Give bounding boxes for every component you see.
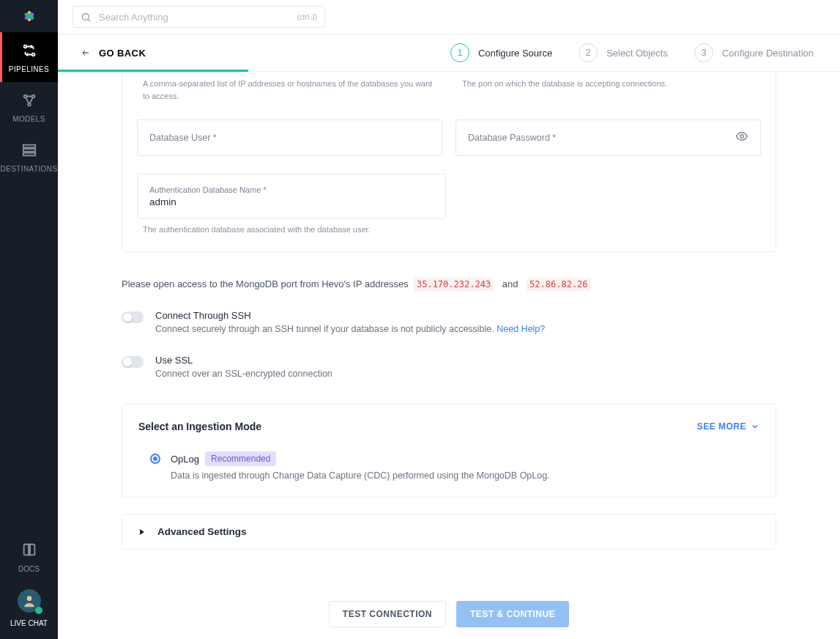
auth-database-helper: The authentication database associated w… xyxy=(137,219,761,234)
database-password-label: Database Password * xyxy=(468,133,556,143)
stepper-row: GO BACK 1 Configure Source 2 Select Obje… xyxy=(58,34,840,72)
avatar-icon xyxy=(22,594,37,608)
svg-point-7 xyxy=(31,53,34,56)
nav-destinations-label: DESTINATIONS xyxy=(1,165,58,173)
ip-access-note: Please open access to the MongoDB port f… xyxy=(122,252,776,289)
nav-docs-label: DOCS xyxy=(18,565,40,573)
caret-right-icon xyxy=(138,528,146,536)
sidebar: PIPELINES MODELS DESTINATIONS DOCS xyxy=(0,0,58,639)
svg-point-8 xyxy=(23,95,26,98)
step-3-label: Configure Destination xyxy=(722,48,814,59)
oplog-title: OpLog xyxy=(171,454,199,465)
destinations-icon xyxy=(21,142,37,158)
see-more-button[interactable]: SEE MORE xyxy=(697,421,759,432)
test-continue-button[interactable]: TEST & CONTINUE xyxy=(456,601,569,627)
docs-icon xyxy=(21,542,37,558)
search-input[interactable] xyxy=(99,12,289,23)
nav-chat-label: LIVE CHAT xyxy=(10,619,48,627)
svg-point-15 xyxy=(83,13,89,20)
nav-pipelines[interactable]: PIPELINES xyxy=(0,32,58,82)
see-more-label: SEE MORE xyxy=(697,421,746,432)
svg-point-14 xyxy=(26,596,31,601)
chat-avatar xyxy=(18,589,41,613)
pipelines-icon xyxy=(21,43,37,59)
svg-point-16 xyxy=(740,135,744,138)
step-3[interactable]: 3 Configure Destination xyxy=(694,43,814,62)
models-icon xyxy=(21,92,37,108)
test-connection-button[interactable]: TEST CONNECTION xyxy=(329,601,446,627)
oplog-radio[interactable] xyxy=(150,454,160,464)
svg-point-10 xyxy=(28,103,31,106)
nav-models[interactable]: MODELS xyxy=(0,82,58,132)
auth-database-value: admin xyxy=(149,196,176,207)
search-box[interactable]: (ctrl J) xyxy=(73,6,325,28)
ssl-desc: Connect over an SSL-encrypted connection xyxy=(155,369,332,379)
progress-bar xyxy=(58,70,248,72)
nav-destinations[interactable]: DESTINATIONS xyxy=(0,132,58,182)
svg-rect-11 xyxy=(23,145,35,148)
ssh-desc-text: Connect securely through an SSH tunnel i… xyxy=(155,324,494,334)
auth-database-label: Authentication Database Name * xyxy=(149,185,267,194)
svg-rect-12 xyxy=(23,149,35,152)
advanced-settings-toggle[interactable]: Advanced Settings xyxy=(122,514,776,550)
ssl-toggle[interactable] xyxy=(122,356,144,368)
ip-note-and: and xyxy=(502,278,519,289)
nav-models-label: MODELS xyxy=(12,115,45,123)
database-user-label: Database User * xyxy=(149,133,217,143)
ssh-help-link[interactable]: Need Help? xyxy=(497,324,545,334)
auth-database-field[interactable]: Authentication Database Name * admin xyxy=(137,174,446,219)
step-3-number: 3 xyxy=(694,43,713,62)
helper-port: The port on which the database is accept… xyxy=(462,78,755,102)
step-2-number: 2 xyxy=(579,43,598,62)
oplog-desc: Data is ingested through Change Data Cap… xyxy=(171,470,550,481)
connection-settings-card: A comma-separated list of IP addresses o… xyxy=(122,72,776,252)
database-password-field[interactable]: Database Password * xyxy=(456,119,761,156)
ingestion-mode-card: Select an Ingestion Mode SEE MORE OpLog … xyxy=(122,404,776,498)
svg-point-9 xyxy=(31,95,34,98)
ip-chip-2: 52.86.82.26 xyxy=(527,278,590,291)
ssh-toggle[interactable] xyxy=(122,311,144,323)
search-icon xyxy=(81,12,92,23)
eye-icon xyxy=(735,130,748,143)
ingestion-heading: Select an Ingestion Mode xyxy=(138,421,261,432)
recommended-badge: Recommended xyxy=(205,451,276,466)
ip-chip-1: 35.170.232.243 xyxy=(414,278,494,291)
step-2-label: Select Objects xyxy=(606,48,668,59)
step-1-number: 1 xyxy=(450,43,469,62)
nav-pipelines-label: PIPELINES xyxy=(9,65,49,73)
nav-live-chat[interactable]: LIVE CHAT xyxy=(0,582,58,639)
logo xyxy=(0,0,58,32)
step-2[interactable]: 2 Select Objects xyxy=(579,43,668,62)
database-user-field[interactable]: Database User * xyxy=(137,119,442,156)
topbar: (ctrl J) xyxy=(58,0,840,34)
ssh-desc: Connect securely through an SSH tunnel i… xyxy=(155,324,545,334)
go-back-button[interactable]: GO BACK xyxy=(80,48,146,59)
svg-point-6 xyxy=(23,45,26,48)
arrow-left-icon xyxy=(80,48,92,57)
search-shortcut: (ctrl J) xyxy=(297,13,317,21)
chevron-down-icon xyxy=(751,422,759,431)
advanced-settings-label: Advanced Settings xyxy=(157,526,247,537)
password-visibility-toggle[interactable] xyxy=(735,130,748,146)
ssl-title: Use SSL xyxy=(155,355,332,366)
step-1-label: Configure Source xyxy=(478,48,552,59)
helper-host: A comma-separated list of IP addresses o… xyxy=(143,78,436,102)
go-back-label: GO BACK xyxy=(99,48,146,59)
svg-rect-13 xyxy=(23,153,35,156)
ssh-title: Connect Through SSH xyxy=(155,310,545,321)
ip-note-prefix: Please open access to the MongoDB port f… xyxy=(122,278,409,289)
hevo-logo-icon xyxy=(19,6,40,26)
nav-docs[interactable]: DOCS xyxy=(0,532,58,582)
step-1[interactable]: 1 Configure Source xyxy=(450,43,552,62)
